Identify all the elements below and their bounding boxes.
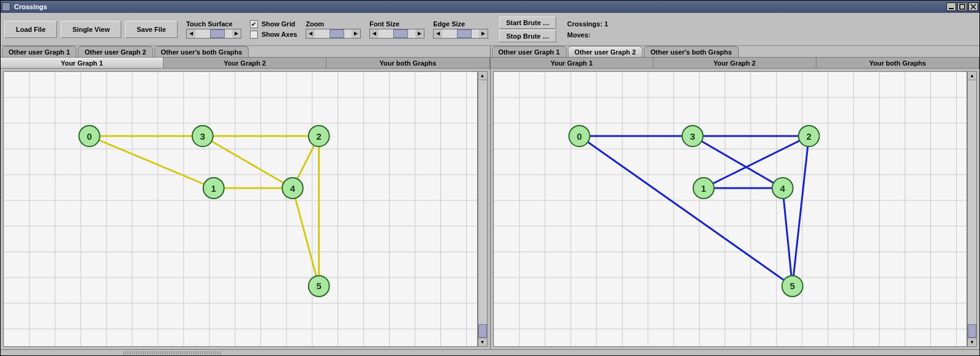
- graph-node-5[interactable]: 5: [309, 276, 330, 297]
- scroll-thumb[interactable]: [968, 324, 976, 338]
- tab-your-1[interactable]: Your Graph 1: [1, 58, 164, 69]
- close-button[interactable]: [968, 2, 978, 11]
- titlebar[interactable]: Crossings: [1, 1, 979, 13]
- font-size-control: Font Size ◀ ▶: [369, 20, 424, 39]
- stop-brute-button[interactable]: Stop Brute …: [499, 30, 556, 42]
- tab-your-2[interactable]: Your Graph 2: [654, 58, 816, 69]
- tab-other-both[interactable]: Other user's both Graphs: [154, 46, 249, 57]
- crossings-value: 1: [605, 20, 608, 28]
- svg-text:3: 3: [690, 131, 695, 142]
- scroll-thumb[interactable]: [478, 324, 487, 338]
- graph-node-2[interactable]: 2: [309, 126, 330, 146]
- scroll-thumb[interactable]: [457, 29, 472, 38]
- resize-grip[interactable]: [1, 349, 979, 355]
- left-scrollbar[interactable]: ▲ ▼: [478, 71, 488, 347]
- svg-text:0: 0: [576, 131, 581, 142]
- show-grid-row[interactable]: ✔ Show Grid: [250, 20, 297, 28]
- edge-size-scroller[interactable]: ◀ ▶: [433, 29, 488, 39]
- scroll-right-icon[interactable]: ▶: [479, 29, 488, 38]
- scroll-left-icon[interactable]: ◀: [434, 29, 442, 38]
- scroll-up-icon[interactable]: ▲: [478, 72, 487, 80]
- left-canvas[interactable]: 012345: [3, 71, 478, 347]
- start-brute-button[interactable]: Start Brute …: [499, 17, 556, 29]
- scroll-thumb[interactable]: [210, 29, 225, 38]
- scroll-left-icon[interactable]: ◀: [187, 29, 195, 38]
- scroll-left-icon[interactable]: ◀: [306, 29, 315, 38]
- show-grid-checkbox[interactable]: ✔: [250, 20, 258, 28]
- left-panel: Other user Graph 1 Other user Graph 2 Ot…: [1, 46, 491, 349]
- graph-node-0[interactable]: 0: [79, 126, 100, 146]
- right-panel: Other user Graph 1 Other user Graph 2 Ot…: [491, 46, 980, 349]
- svg-text:4: 4: [780, 183, 785, 194]
- touch-surface-label: Touch Surface: [186, 20, 233, 28]
- scroll-up-icon[interactable]: ▲: [968, 72, 976, 80]
- left-tabs-bottom: Your Graph 1 Your Graph 2 Your both Grap…: [1, 57, 490, 68]
- tab-other-user-1[interactable]: Other user Graph 1: [2, 46, 77, 57]
- single-view-button[interactable]: Single View: [61, 21, 121, 38]
- show-axes-label: Show Axes: [262, 31, 297, 38]
- show-grid-label: Show Grid: [262, 20, 295, 28]
- tab-your-2[interactable]: Your Graph 2: [164, 58, 326, 69]
- touch-surface-scroller[interactable]: ◀ ▶: [186, 29, 241, 39]
- graph-node-4[interactable]: 4: [282, 178, 303, 199]
- minimize-button[interactable]: [946, 2, 956, 11]
- graph-node-3[interactable]: 3: [192, 126, 213, 146]
- graph-node-0[interactable]: 0: [568, 126, 589, 146]
- scroll-down-icon[interactable]: ▼: [478, 338, 487, 346]
- tab-other-both[interactable]: Other user's both Graphs: [644, 46, 739, 57]
- right-graph-svg[interactable]: 012345: [494, 72, 967, 346]
- window-title: Crossings: [14, 3, 47, 10]
- tab-your-both[interactable]: Your both Graphs: [816, 58, 979, 69]
- right-tabs-bottom: Your Graph 1 Your Graph 2 Your both Grap…: [491, 57, 980, 68]
- svg-text:1: 1: [701, 183, 706, 194]
- font-size-label: Font Size: [369, 20, 399, 28]
- toolbar: Load File Single View Save File Touch Su…: [1, 13, 979, 46]
- scroll-thumb[interactable]: [330, 29, 344, 38]
- right-canvas[interactable]: 012345: [493, 71, 968, 347]
- scroll-right-icon[interactable]: ▶: [352, 29, 360, 38]
- svg-text:5: 5: [316, 281, 321, 291]
- graph-node-1[interactable]: 1: [203, 178, 224, 199]
- app-icon: [2, 2, 10, 11]
- save-file-button[interactable]: Save File: [125, 21, 178, 38]
- load-file-button[interactable]: Load File: [4, 21, 57, 38]
- left-graph-svg[interactable]: 012345: [4, 72, 477, 346]
- svg-rect-1: [960, 4, 965, 9]
- scroll-left-icon[interactable]: ◀: [370, 29, 379, 38]
- graph-node-3[interactable]: 3: [682, 126, 703, 146]
- tab-other-user-2[interactable]: Other user Graph 2: [568, 46, 643, 57]
- left-tabs-top: Other user Graph 1 Other user Graph 2 Ot…: [1, 46, 490, 57]
- graph-node-2[interactable]: 2: [798, 126, 819, 146]
- graph-edge[interactable]: [792, 136, 809, 286]
- show-axes-checkbox[interactable]: [250, 31, 258, 39]
- scroll-right-icon[interactable]: ▶: [232, 29, 241, 38]
- tab-your-1[interactable]: Your Graph 1: [491, 58, 654, 69]
- show-axes-row[interactable]: Show Axes: [250, 31, 297, 39]
- tab-your-both[interactable]: Your both Graphs: [326, 58, 489, 69]
- right-scrollbar[interactable]: ▲ ▼: [967, 71, 977, 347]
- svg-text:4: 4: [290, 183, 296, 194]
- svg-text:1: 1: [211, 183, 216, 194]
- graph-edge[interactable]: [579, 136, 792, 286]
- graph-edge[interactable]: [782, 188, 792, 286]
- edge-size-label: Edge Size: [433, 20, 465, 28]
- graph-edge[interactable]: [293, 188, 319, 286]
- maximize-button[interactable]: [957, 2, 967, 11]
- graph-edge[interactable]: [703, 136, 809, 188]
- tab-other-user-2[interactable]: Other user Graph 2: [78, 46, 153, 57]
- graph-node-4[interactable]: 4: [772, 178, 793, 199]
- graph-node-1[interactable]: 1: [693, 178, 714, 199]
- scroll-thumb[interactable]: [393, 29, 408, 38]
- tab-other-user-1[interactable]: Other user Graph 1: [492, 46, 567, 57]
- font-size-scroller[interactable]: ◀ ▶: [369, 29, 424, 39]
- svg-text:3: 3: [200, 131, 205, 142]
- scroll-right-icon[interactable]: ▶: [415, 29, 424, 38]
- zoom-control: Zoom ◀ ▶: [306, 20, 361, 39]
- moves-label: Moves:: [567, 31, 590, 39]
- scroll-down-icon[interactable]: ▼: [968, 338, 976, 346]
- zoom-scroller[interactable]: ◀ ▶: [306, 29, 361, 39]
- crossings-label: Crossings:: [567, 20, 602, 28]
- right-tabs-top: Other user Graph 1 Other user Graph 2 Ot…: [491, 46, 980, 57]
- svg-text:5: 5: [790, 281, 794, 291]
- graph-node-5[interactable]: 5: [782, 276, 802, 297]
